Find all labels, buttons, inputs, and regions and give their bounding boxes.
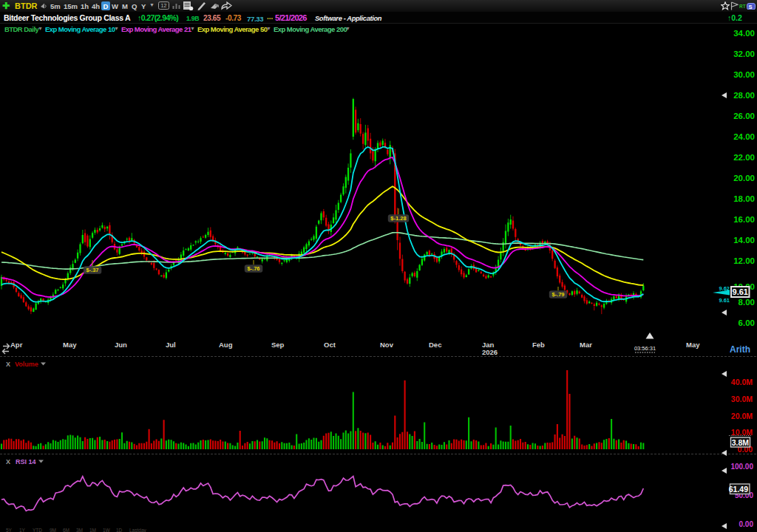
svg-text:Jun: Jun bbox=[115, 341, 127, 349]
svg-text:1M: 1M bbox=[89, 528, 96, 532]
svg-text:40.0M: 40.0M bbox=[731, 378, 753, 386]
svg-text:RSI 14: RSI 14 bbox=[16, 458, 36, 466]
svg-text:61.49: 61.49 bbox=[729, 485, 748, 494]
svg-text:14.00: 14.00 bbox=[733, 236, 755, 245]
svg-text:30.0M: 30.0M bbox=[731, 395, 753, 403]
svg-text:16.00: 16.00 bbox=[733, 215, 755, 224]
svg-text:$-1.28: $-1.28 bbox=[390, 215, 406, 222]
svg-text:Nov: Nov bbox=[380, 341, 394, 349]
svg-text:1D: 1D bbox=[116, 528, 123, 532]
svg-text:Arith: Arith bbox=[730, 344, 750, 355]
svg-text:Oct: Oct bbox=[324, 341, 336, 349]
svg-text:3.8M: 3.8M bbox=[732, 438, 750, 447]
svg-text:$-.37: $-.37 bbox=[86, 267, 98, 273]
svg-text:26.00: 26.00 bbox=[733, 112, 755, 120]
svg-text:Sep: Sep bbox=[271, 341, 285, 349]
svg-text:32.00: 32.00 bbox=[733, 50, 755, 58]
svg-text:1W: 1W bbox=[103, 528, 111, 532]
svg-text:6M: 6M bbox=[63, 528, 69, 532]
svg-text:28.00: 28.00 bbox=[733, 91, 755, 100]
svg-text:5Y: 5Y bbox=[6, 528, 13, 532]
svg-text:2026: 2026 bbox=[482, 348, 498, 356]
svg-text:Apr: Apr bbox=[10, 341, 23, 349]
svg-text:03:56:31: 03:56:31 bbox=[634, 345, 656, 352]
svg-text:Aug: Aug bbox=[219, 341, 233, 349]
svg-text:9M: 9M bbox=[50, 528, 56, 532]
svg-text:Jul: Jul bbox=[166, 341, 176, 349]
svg-text:24.00: 24.00 bbox=[733, 132, 755, 141]
svg-text:Lastday: Lastday bbox=[129, 528, 147, 532]
svg-text:22.00: 22.00 bbox=[733, 153, 755, 162]
svg-text:0.00: 0.00 bbox=[739, 520, 754, 528]
svg-text:12: 12 bbox=[161, 3, 167, 8]
svg-text:8.00: 8.00 bbox=[739, 298, 755, 307]
svg-text:3M: 3M bbox=[76, 528, 83, 532]
svg-text:20.00: 20.00 bbox=[733, 174, 755, 183]
svg-text:10.0M: 10.0M bbox=[731, 428, 753, 437]
svg-text:YTD: YTD bbox=[33, 528, 42, 532]
svg-text:1Y: 1Y bbox=[19, 528, 26, 532]
svg-text:$-.79: $-.79 bbox=[551, 291, 564, 298]
svg-text:18.00: 18.00 bbox=[733, 194, 755, 203]
svg-text:9.61: 9.61 bbox=[733, 287, 748, 296]
svg-text:$-.76: $-.76 bbox=[247, 265, 259, 272]
svg-text:X: X bbox=[6, 458, 10, 466]
svg-text:May: May bbox=[63, 341, 77, 349]
svg-text:20.0M: 20.0M bbox=[731, 412, 753, 420]
svg-text:30.00: 30.00 bbox=[733, 70, 755, 79]
svg-text:100.00: 100.00 bbox=[730, 463, 753, 471]
svg-text:9.61: 9.61 bbox=[719, 297, 730, 304]
svg-text:Dec: Dec bbox=[429, 341, 441, 349]
svg-text:S: S bbox=[748, 3, 752, 10]
svg-text:12.00: 12.00 bbox=[733, 256, 755, 265]
svg-text:Feb: Feb bbox=[532, 341, 545, 349]
svg-text:6.00: 6.00 bbox=[739, 318, 755, 327]
svg-text:Mar: Mar bbox=[580, 341, 592, 349]
svg-text:X: X bbox=[6, 361, 10, 368]
svg-text:Volume: Volume bbox=[15, 361, 38, 368]
svg-text:May: May bbox=[686, 341, 700, 349]
